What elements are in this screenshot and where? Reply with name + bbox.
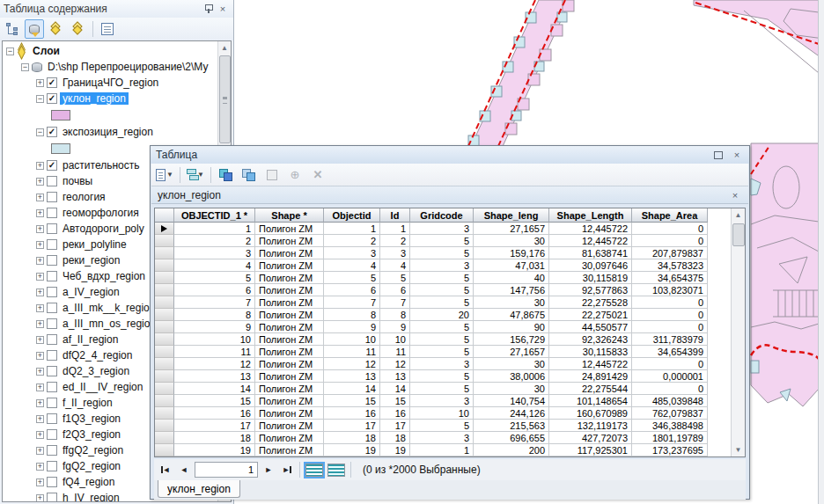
table-cell[interactable]: 17 [174, 420, 255, 432]
table-row[interactable]: 10Полигон ZM10105156,72992,326243311,783… [155, 333, 708, 346]
show-selected-records-button[interactable] [327, 464, 345, 477]
row-selector[interactable] [155, 296, 174, 309]
table-cell[interactable]: 4 [174, 259, 255, 272]
table-cell[interactable]: 2 [174, 235, 255, 247]
table-cell[interactable]: 15 [174, 395, 255, 407]
table-row[interactable]: 9Полигон ZM9959044,5505770 [155, 321, 708, 333]
table-cell[interactable]: 22,275528 [549, 296, 632, 309]
table-row[interactable]: 3Полигон ZM335159,17681,638741207,879837 [155, 247, 708, 259]
table-cell[interactable]: 6 [380, 284, 410, 296]
layer-visibility-checkbox[interactable] [47, 382, 57, 392]
expand-icon[interactable]: + [36, 336, 44, 344]
table-cell[interactable]: 4 [324, 259, 380, 272]
table-cell[interactable]: 16 [174, 407, 255, 420]
layer-visibility-checkbox[interactable] [47, 239, 57, 250]
table-cell[interactable]: Полигон ZM [255, 333, 324, 346]
previous-record-button[interactable]: ◄ [176, 462, 192, 478]
column-header[interactable]: Objectid [324, 208, 380, 223]
record-number-input[interactable] [195, 462, 258, 478]
table-cell[interactable]: Полигон ZM [255, 247, 324, 259]
expand-icon[interactable]: + [36, 241, 44, 249]
legend-swatch[interactable] [51, 143, 70, 154]
table-cell[interactable]: 156,729 [474, 333, 549, 346]
table-cell[interactable]: 11 [174, 346, 255, 358]
scroll-down-icon[interactable]: ▼ [732, 443, 745, 457]
expand-icon[interactable]: + [36, 225, 44, 233]
table-row[interactable]: 11Полигон ZM1111527,165730,11583334,6543… [155, 346, 708, 358]
table-cell[interactable]: 15 [324, 395, 380, 407]
tree-item-label[interactable]: f1Q3_region [60, 413, 123, 425]
row-selector-header[interactable] [155, 208, 174, 223]
expand-icon[interactable]: + [36, 352, 44, 360]
table-options-menu-button[interactable]: ▼ [155, 165, 174, 185]
table-cell[interactable]: 200 [474, 444, 549, 457]
expand-icon[interactable]: + [36, 79, 44, 87]
column-header[interactable]: Shape_Area [632, 208, 708, 223]
table-cell[interactable]: 5 [410, 235, 474, 247]
table-cell[interactable]: Полигон ZM [255, 358, 324, 370]
column-header[interactable]: Id [380, 208, 410, 223]
table-cell[interactable]: 103,823071 [632, 284, 708, 296]
table-cell[interactable]: 20 [410, 309, 474, 321]
layer-visibility-checkbox[interactable] [47, 271, 57, 281]
row-selector[interactable] [155, 346, 174, 358]
table-cell[interactable]: 3 [410, 358, 474, 370]
layer-visibility-checkbox[interactable]: ✓ [47, 93, 57, 104]
table-cell[interactable]: 11 [380, 346, 410, 358]
row-selector[interactable] [155, 370, 174, 383]
expand-icon[interactable]: + [36, 463, 44, 471]
table-cell[interactable]: 38,0006 [474, 370, 549, 383]
table-cell[interactable]: 30,097646 [549, 259, 632, 272]
row-selector[interactable] [155, 247, 174, 259]
table-cell[interactable]: 13 [380, 370, 410, 383]
table-cell[interactable]: 47,8675 [474, 309, 549, 321]
expand-icon[interactable]: + [36, 178, 44, 186]
table-cell[interactable]: 5 [410, 333, 474, 346]
layer-visibility-checkbox[interactable] [47, 318, 57, 329]
tree-item-label[interactable]: геология [60, 191, 108, 203]
table-cell[interactable]: 10 [174, 333, 255, 346]
table-cell[interactable]: 30 [474, 358, 549, 370]
table-row[interactable]: 14Полигон ZM141453022,2755440 [155, 383, 708, 395]
table-cell[interactable]: 8 [380, 309, 410, 321]
table-row[interactable]: 1Полигон ZM11327,165712,4457220 [155, 223, 708, 235]
table-cell[interactable]: 34,654399 [632, 346, 708, 358]
table-cell[interactable]: 5 [410, 420, 474, 432]
tree-item-label[interactable]: a_IV_region [60, 286, 122, 298]
table-cell[interactable]: 0,000001 [632, 370, 708, 383]
table-cell[interactable]: 13 [174, 370, 255, 383]
table-cell[interactable]: 0 [632, 309, 708, 321]
table-cell[interactable]: 27,1657 [474, 346, 549, 358]
table-cell[interactable]: 5 [410, 247, 474, 259]
layer-visibility-checkbox[interactable] [47, 366, 57, 376]
table-cell[interactable]: 101,148654 [549, 395, 632, 407]
layer-visibility-checkbox[interactable] [47, 255, 57, 266]
tree-item-label[interactable]: dfQ2_4_region [60, 349, 135, 362]
layer-visibility-checkbox[interactable] [47, 429, 57, 440]
layer-visibility-checkbox[interactable] [47, 223, 57, 234]
table-cell[interactable]: 0 [632, 223, 708, 235]
table-cell[interactable]: 30 [474, 383, 549, 395]
table-window-titlebar[interactable]: Таблица × [151, 146, 749, 164]
layer-visibility-checkbox[interactable] [47, 445, 57, 456]
table-cell[interactable]: 311,783979 [632, 333, 708, 346]
table-cell[interactable]: 5 [410, 321, 474, 333]
table-cell[interactable]: 12 [324, 358, 380, 370]
table-cell[interactable]: 3 [324, 247, 380, 259]
table-cell[interactable]: 30,115819 [549, 272, 632, 284]
expand-icon[interactable]: + [36, 368, 44, 376]
table-cell[interactable]: 30 [474, 296, 549, 309]
tree-item-label[interactable]: Чеб_вдхр_region [60, 270, 148, 282]
table-cell[interactable]: 14 [174, 383, 255, 395]
row-selector[interactable] [155, 223, 174, 235]
table-cell[interactable]: 0 [632, 235, 708, 247]
table-row[interactable]: 4Полигон ZM44347,03130,09764634,578323 [155, 259, 708, 272]
legend-swatch[interactable] [51, 110, 70, 121]
row-selector[interactable] [155, 259, 174, 272]
table-row[interactable]: 5Полигон ZM5554030,11581934,654375 [155, 272, 708, 284]
row-selector[interactable] [155, 444, 174, 457]
layer-visibility-checkbox[interactable] [47, 287, 57, 297]
table-cell[interactable]: 696,655 [474, 432, 549, 444]
layer-visibility-checkbox[interactable]: ✓ [47, 127, 57, 137]
table-cell[interactable]: 18 [380, 432, 410, 444]
